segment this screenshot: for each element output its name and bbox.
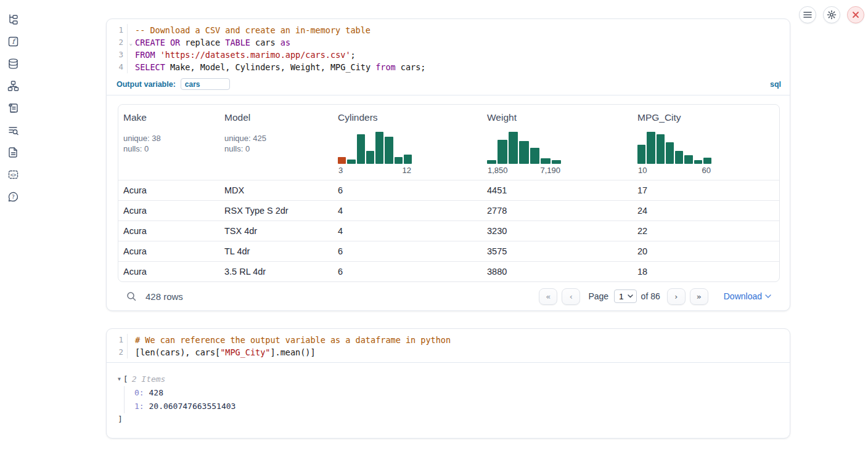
table-cell[interactable]: 6	[333, 246, 482, 256]
table-cell[interactable]: 22	[633, 226, 780, 236]
histogram-bar[interactable]	[357, 134, 365, 164]
table-cell[interactable]: 17	[633, 185, 780, 195]
table-cell[interactable]: 20	[633, 246, 780, 256]
tree-entry-value: 428	[144, 388, 163, 397]
table-cell[interactable]: 4	[333, 206, 482, 216]
search-icon[interactable]	[126, 291, 137, 302]
histogram-bar[interactable]	[509, 132, 518, 164]
settings-gear-icon[interactable]	[823, 6, 840, 23]
column-header-weight[interactable]: Weight1,8507,190	[482, 105, 633, 180]
code-line[interactable]: 1-- Download a CSV and create an in-memo…	[107, 24, 790, 36]
shutdown-close-icon[interactable]	[847, 6, 864, 23]
table-cell[interactable]: MDX	[219, 185, 333, 195]
code-line[interactable]: 3FROM 'https://datasets.marimo.app/cars.…	[107, 49, 790, 61]
histogram-bar[interactable]	[338, 157, 346, 164]
histogram-bar[interactable]	[657, 134, 665, 164]
table-cell[interactable]: RSX Type S 2dr	[219, 206, 333, 216]
last-page-button[interactable]: »	[690, 288, 708, 305]
histogram-bar[interactable]	[684, 155, 692, 164]
table-cell[interactable]: 3575	[482, 246, 633, 256]
functions-icon[interactable]: f	[6, 34, 20, 48]
histogram-bar[interactable]	[530, 148, 539, 164]
histogram-bar[interactable]	[366, 151, 374, 164]
search-list-icon[interactable]	[6, 123, 20, 137]
column-histogram[interactable]: 312	[338, 132, 412, 175]
table-cell[interactable]: 4	[333, 226, 482, 236]
table-cell[interactable]: 2778	[482, 206, 633, 216]
code-line[interactable]: 2[len(cars), cars["MPG_City"].mean()]	[107, 346, 790, 358]
histogram-bar[interactable]	[675, 151, 683, 164]
fold-chevron-icon[interactable]: ⌄	[129, 37, 133, 49]
table-cell[interactable]: 3230	[482, 226, 633, 236]
column-name[interactable]: Model	[224, 112, 329, 123]
histogram-bar[interactable]	[694, 160, 702, 164]
table-cell[interactable]: Acura	[118, 226, 219, 236]
histogram-bar[interactable]	[703, 158, 711, 164]
table-cell[interactable]: 6	[333, 185, 482, 195]
scroll-logs-icon[interactable]	[6, 101, 20, 115]
tree-entry[interactable]: 1: 20.060747663551403	[134, 400, 779, 413]
prev-page-button[interactable]: ‹	[562, 288, 580, 305]
histogram-bar[interactable]	[647, 132, 655, 164]
table-cell[interactable]: Acura	[118, 185, 219, 195]
file-tree-icon[interactable]	[6, 12, 20, 26]
download-button[interactable]: Download	[724, 291, 771, 301]
histogram-bar[interactable]	[666, 142, 674, 164]
table-row[interactable]: AcuraTSX 4dr4323022	[118, 220, 779, 241]
histogram-bar[interactable]	[541, 158, 550, 164]
column-name[interactable]: Make	[123, 112, 216, 123]
table-row[interactable]: AcuraRSX Type S 2dr4277824	[118, 200, 779, 220]
histogram-bar[interactable]	[637, 145, 645, 164]
table-cell[interactable]: 3880	[482, 267, 633, 277]
code-line[interactable]: 1# We can reference the output variable …	[107, 334, 790, 346]
column-histogram[interactable]: 1,8507,190	[487, 132, 561, 175]
next-page-button[interactable]: ›	[667, 288, 686, 305]
tree-entry[interactable]: 0: 428	[134, 386, 779, 400]
table-cell[interactable]: 4451	[482, 185, 633, 195]
database-icon[interactable]	[6, 57, 20, 70]
python-code-editor[interactable]: 1# We can reference the output variable …	[107, 329, 790, 363]
table-cell[interactable]: TL 4dr	[219, 246, 333, 256]
column-header-mpg_city[interactable]: MPG_City1060	[633, 105, 780, 180]
histogram-bar[interactable]	[519, 141, 528, 164]
first-page-button[interactable]: «	[539, 288, 557, 305]
column-histogram[interactable]: 1060	[637, 132, 711, 175]
column-header-model[interactable]: Modelunique: 425nulls: 0	[219, 105, 333, 180]
page-select[interactable]: 1	[614, 289, 637, 303]
snippets-icon[interactable]: <>	[6, 168, 20, 181]
histogram-bar[interactable]	[404, 155, 412, 164]
table-cell[interactable]: 3.5 RL 4dr	[219, 267, 333, 277]
table-row[interactable]: AcuraTL 4dr6357520	[118, 241, 779, 261]
table-row[interactable]: AcuraMDX6445117	[118, 180, 779, 200]
table-cell[interactable]: Acura	[118, 246, 219, 256]
histogram-bar[interactable]	[497, 140, 507, 164]
column-header-cylinders[interactable]: Cylinders312	[333, 105, 482, 180]
table-cell[interactable]: TSX 4dr	[219, 226, 333, 236]
table-cell[interactable]: Acura	[118, 206, 219, 216]
column-name[interactable]: Cylinders	[338, 112, 478, 123]
help-icon[interactable]: ?	[6, 190, 20, 203]
histogram-bar[interactable]	[395, 157, 403, 164]
menu-icon[interactable]	[799, 6, 816, 23]
column-header-make[interactable]: Makeunique: 38nulls: 0	[118, 105, 219, 180]
histogram-bar[interactable]	[347, 160, 355, 164]
document-icon[interactable]	[6, 145, 20, 159]
histogram-bar[interactable]	[385, 137, 393, 164]
output-variable-input[interactable]	[181, 78, 230, 90]
column-name[interactable]: MPG_City	[637, 112, 777, 123]
table-cell[interactable]: 6	[333, 267, 482, 277]
histogram-bar[interactable]	[552, 160, 561, 164]
table-cell[interactable]: Acura	[118, 267, 219, 277]
code-line[interactable]: 4SELECT Make, Model, Cylinders, Weight, …	[107, 61, 790, 73]
sql-code-editor[interactable]: 1-- Download a CSV and create an in-memo…	[107, 19, 790, 77]
table-cell[interactable]: 24	[633, 206, 780, 216]
tree-collapse-icon[interactable]: ▼	[118, 376, 121, 382]
histogram-bar[interactable]	[487, 160, 496, 164]
dependency-graph-icon[interactable]	[6, 79, 20, 92]
column-name[interactable]: Weight	[487, 112, 629, 123]
table-cell[interactable]: 18	[633, 267, 780, 277]
histogram-bar[interactable]	[375, 132, 383, 164]
code-line[interactable]: 2⌄CREATE OR replace TABLE cars as	[107, 36, 790, 49]
table-row[interactable]: Acura3.5 RL 4dr6388018	[118, 261, 779, 281]
output-variable-label: Output variable:	[117, 80, 176, 89]
